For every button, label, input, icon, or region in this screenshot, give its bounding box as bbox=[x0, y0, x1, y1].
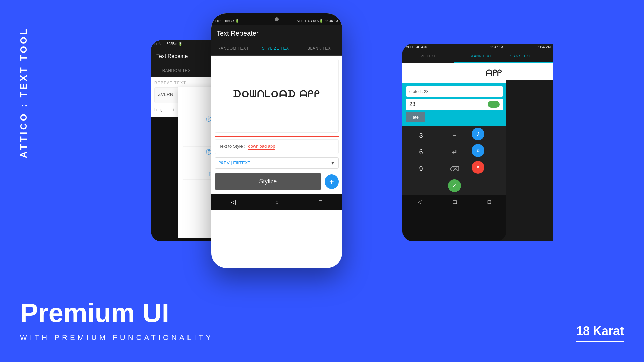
toggle-switch[interactable] bbox=[488, 101, 500, 108]
right-input: 23 bbox=[406, 99, 503, 110]
chevron-down-icon: ▼ bbox=[330, 160, 335, 166]
numpad-9[interactable]: 9 bbox=[405, 161, 437, 177]
right-nav-bar: ◁ □ □ bbox=[402, 195, 506, 208]
numpad-dot[interactable]: . bbox=[405, 178, 437, 193]
stylize-button[interactable]: Stylize bbox=[215, 173, 321, 190]
left-tab-random[interactable]: RANDOM TEXT bbox=[151, 64, 205, 77]
nav-bar: ◁ ○ □ bbox=[211, 194, 342, 210]
phones-container: ⊟ ☉ ⊞ 302B/s 🔋 Text Repeate RANDOM TEXT … bbox=[151, 7, 486, 355]
close-fab[interactable]: × bbox=[472, 161, 484, 174]
home-button[interactable]: ○ bbox=[275, 199, 279, 206]
camera-notch bbox=[275, 17, 279, 21]
output-divider bbox=[215, 136, 339, 137]
back-button[interactable]: ◁ bbox=[231, 198, 236, 206]
input-section: Text to Style : download app bbox=[215, 139, 339, 154]
karat-label: 18 Karat bbox=[576, 324, 624, 338]
karat-section: 18 Karat bbox=[576, 324, 624, 342]
tab-stylize[interactable]: STYLIZE TEXT bbox=[255, 42, 299, 55]
right-tab-ze[interactable]: ZE TEXT bbox=[402, 50, 454, 63]
tab-blank[interactable]: BLANK TEXT bbox=[299, 42, 342, 55]
copy-fab[interactable]: ⧉ bbox=[472, 144, 484, 157]
recents-button[interactable]: □ bbox=[319, 199, 322, 206]
numpad-6[interactable]: 6 bbox=[405, 144, 437, 160]
styled-output-text: ᗪOᗯᑎᒪOᗩᗪ ᗩᑭᑭ bbox=[233, 89, 320, 100]
right-tabs: ZE TEXT BLANK TEXT bbox=[402, 50, 506, 63]
numpad-backspace[interactable]: ⌫ bbox=[438, 161, 471, 177]
right-home-btn[interactable]: □ bbox=[453, 199, 457, 205]
numpad-3[interactable]: 3 bbox=[405, 128, 437, 143]
numpad: 3 − ⤴ 6 ↵ ⧉ 9 ⌫ × . ✓ bbox=[402, 126, 506, 195]
right-back-btn[interactable]: ◁ bbox=[418, 199, 422, 205]
styled-output-area: ᗪOᗯᑎᒪOᗩᗪ ᗩᑭᑭ bbox=[215, 59, 339, 133]
tab-random[interactable]: RANDOM TEXT bbox=[211, 42, 255, 55]
main-app-header: Text Repeater bbox=[211, 25, 342, 42]
phone-right-bg: VOLTE 4G 43% 11:47 AM ZE TEXT BLANK TEXT… bbox=[402, 44, 506, 241]
right-tab-blank[interactable]: BLANK TEXT bbox=[454, 50, 506, 63]
style-dropdown[interactable]: ᑭᖇEᐯ | EᗯTEXT ▼ bbox=[215, 157, 339, 169]
plus-button[interactable]: + bbox=[325, 174, 339, 189]
right-recents-btn[interactable]: □ bbox=[488, 199, 491, 205]
karat-line bbox=[576, 341, 624, 342]
generate-btn[interactable]: ate bbox=[406, 112, 425, 122]
app-title-vertical: ATTICO : TEXT TOOL bbox=[18, 27, 29, 158]
bottom-actions: Stylize + bbox=[211, 171, 342, 192]
right-generated-section: erated : 23 23 ate bbox=[402, 83, 506, 126]
share-fab[interactable]: ⤴ bbox=[472, 128, 484, 140]
numpad-enter[interactable]: ↵ bbox=[438, 144, 471, 160]
right-styled-display: ᗩᑭᑭ bbox=[402, 63, 506, 83]
confirm-btn[interactable]: ✓ bbox=[448, 179, 461, 192]
phone-main: ⊟☉⊞ 109B/s 🔋 VOLTE 4G 43% 🔋 11:46 AM Tex… bbox=[211, 13, 342, 268]
right-status-bar: VOLTE 4G 43% 11:47 AM bbox=[402, 44, 506, 50]
main-tabs: RANDOM TEXT STYLIZE TEXT BLANK TEXT bbox=[211, 42, 342, 56]
numpad-minus[interactable]: − bbox=[438, 128, 471, 143]
